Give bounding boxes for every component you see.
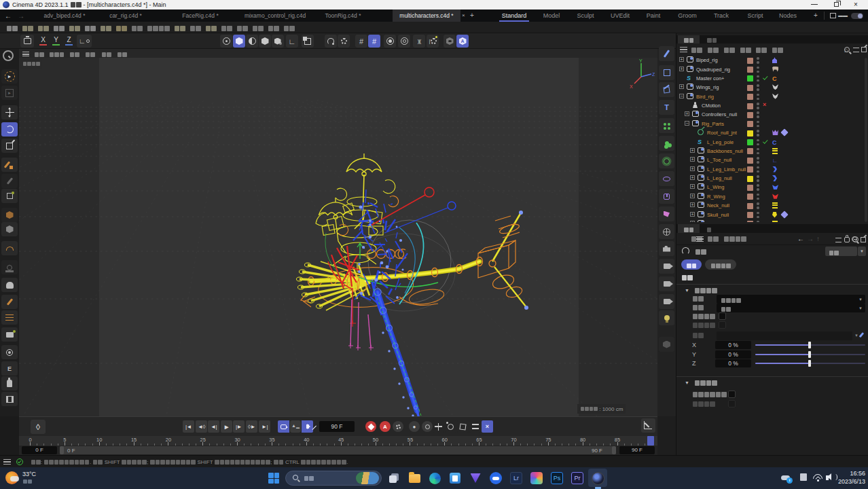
svg-text:Y: Y bbox=[639, 58, 643, 63]
svg-text:X: X bbox=[630, 84, 633, 89]
svg-text:Z: Z bbox=[652, 72, 655, 77]
